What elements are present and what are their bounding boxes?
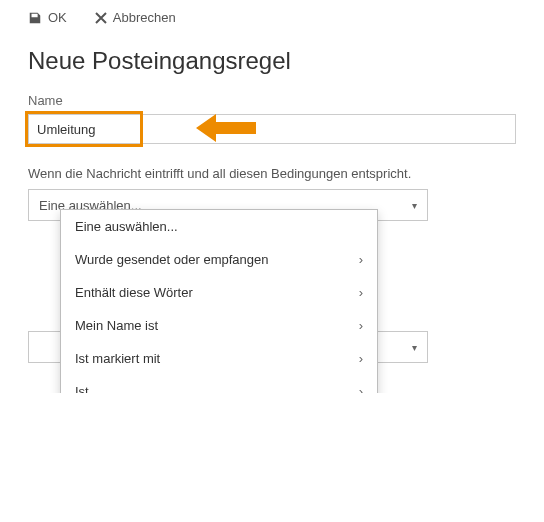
dropdown-item-label: Wurde gesendet oder empfangen <box>75 252 268 267</box>
dropdown-item[interactable]: Ist › <box>61 375 377 393</box>
save-icon <box>28 11 42 25</box>
name-row <box>28 114 516 144</box>
condition-label: Wenn die Nachricht eintrifft und all die… <box>28 166 516 181</box>
submenu-chevron-icon: › <box>359 384 363 393</box>
dropdown-item[interactable]: Wurde gesendet oder empfangen › <box>61 243 377 276</box>
submenu-chevron-icon: › <box>359 285 363 300</box>
close-icon <box>95 12 107 24</box>
dropdown-item-label: Ist <box>75 384 89 393</box>
page-title: Neue Posteingangsregel <box>28 47 516 75</box>
dropdown-item-label: Eine auswählen... <box>75 219 178 234</box>
submenu-chevron-icon: › <box>359 318 363 333</box>
dropdown-item-label: Ist markiert mit <box>75 351 160 366</box>
chevron-down-icon: ▾ <box>412 342 417 353</box>
name-label: Name <box>28 93 516 108</box>
dropdown-item-label: Mein Name ist <box>75 318 158 333</box>
ok-label: OK <box>48 10 67 25</box>
dropdown-item[interactable]: Eine auswählen... <box>61 210 377 243</box>
dropdown-item[interactable]: Mein Name ist › <box>61 309 377 342</box>
name-input[interactable] <box>28 114 516 144</box>
submenu-chevron-icon: › <box>359 252 363 267</box>
ok-button[interactable]: OK <box>28 10 67 25</box>
chevron-down-icon: ▾ <box>412 200 417 211</box>
toolbar: OK Abbrechen <box>0 0 544 31</box>
page-body: Neue Posteingangsregel Name Wenn die Nac… <box>0 31 544 393</box>
cancel-label: Abbrechen <box>113 10 176 25</box>
dropdown-item[interactable]: Ist markiert mit › <box>61 342 377 375</box>
cancel-button[interactable]: Abbrechen <box>95 10 176 25</box>
dropdown-item[interactable]: Enthält diese Wörter › <box>61 276 377 309</box>
dropdown-item-label: Enthält diese Wörter <box>75 285 193 300</box>
submenu-chevron-icon: › <box>359 351 363 366</box>
condition-dropdown: Eine auswählen... Wurde gesendet oder em… <box>60 209 378 393</box>
